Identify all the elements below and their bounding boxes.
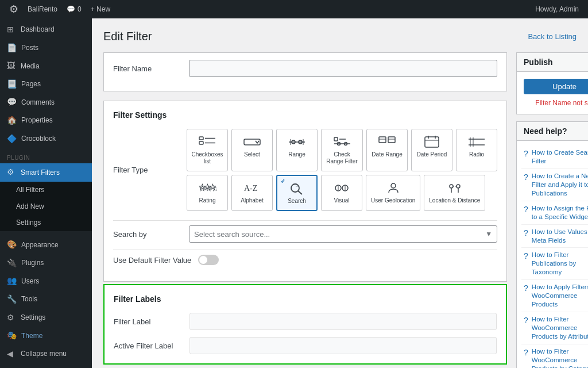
selected-checkmark: ✓ [280, 178, 285, 184]
sidebar-item-label: Dashboard [21, 25, 55, 34]
help-link-4[interactable]: How to Use Values from Meta Fields [532, 228, 588, 245]
filter-type-name: Alphabet [241, 197, 263, 204]
svg-rect-2 [199, 141, 203, 144]
main-content: Edit Filter Back to Listing Filter Name … [92, 18, 588, 368]
comments-button[interactable]: 💬 0 [62, 0, 86, 18]
wp-logo-button[interactable]: ⚙ [5, 0, 23, 18]
sidebar-item-label: Pages [21, 79, 41, 89]
filter-type-name: Select [244, 151, 260, 158]
sidebar-item-posts[interactable]: 📄 Posts [0, 39, 92, 57]
use-default-toggle[interactable] [198, 255, 219, 265]
filter-type-name: User Geolocation [371, 197, 415, 204]
sidebar-item-appearance[interactable]: 🎨 Appearance [0, 236, 92, 254]
pages-icon: 📃 [7, 79, 17, 90]
site-name-button[interactable]: BaliRento [23, 0, 62, 18]
help-icon-5: ? [524, 251, 528, 260]
svg-rect-16 [388, 137, 395, 143]
wp-icon: ⚙ [9, 3, 18, 16]
help-link-5[interactable]: How to Filter Publications by Taxonomy [532, 251, 588, 277]
filter-name-input[interactable] [189, 60, 497, 77]
svg-point-39 [391, 183, 396, 188]
sidebar-item-pages[interactable]: 📃 Pages [0, 75, 92, 94]
filter-type-alphabet[interactable]: A-Z Alphabet [231, 175, 273, 211]
svg-text:A-Z: A-Z [244, 184, 257, 193]
svg-point-41 [457, 185, 460, 188]
filter-type-date-period[interactable]: Date Period [411, 129, 452, 171]
filter-type-radio[interactable]: Radio [456, 129, 497, 171]
filter-type-select[interactable]: Select [231, 129, 273, 171]
filter-settings-title: Filter Settings [113, 110, 497, 120]
alphabet-icon: A-Z [243, 181, 261, 195]
sidebar-item-all-filters[interactable]: All Filters [0, 182, 92, 198]
visual-icon [332, 181, 351, 195]
new-content-button[interactable]: + New [86, 0, 115, 18]
filter-type-user-geolocation[interactable]: User Geolocation [366, 175, 420, 211]
plugins-icon: 🔌 [7, 258, 17, 269]
filter-type-check-range[interactable]: Check Range Filter [321, 129, 363, 171]
sidebar-item-plugins[interactable]: 🔌 Plugins [0, 254, 92, 273]
search-by-label: Search by [113, 230, 182, 239]
plugin-section-header: PLUGIN [0, 150, 92, 163]
sidebar-item-smart-filters[interactable]: ⚙ Smart Filters [0, 163, 92, 182]
sidebar-item-label: Smart Filters [21, 168, 60, 178]
filter-type-rating[interactable]: ★★★ Rating [187, 175, 228, 211]
filter-name-label: Filter Name [113, 64, 182, 73]
sidebar-item-wp-settings[interactable]: ⚙ Settings [0, 309, 92, 327]
date-period-icon [423, 135, 441, 149]
divider1 [113, 220, 497, 221]
sidebar: ⊞ Dashboard 📄 Posts 🖼 Media 📃 Pages 💬 Co… [0, 18, 92, 368]
filter-type-visual[interactable]: Visual [321, 175, 362, 211]
sidebar-item-tools[interactable]: 🔧 Tools [0, 290, 92, 309]
sidebar-item-media[interactable]: 🖼 Media [0, 57, 92, 75]
sidebar-item-theme[interactable]: 🎭 Theme [0, 327, 92, 345]
sidebar-item-users[interactable]: 👥 Users [0, 272, 92, 290]
help-link-1[interactable]: How to Create Search Filter [532, 148, 588, 166]
sidebar-item-label: Appearance [21, 240, 59, 250]
filter-labels-title: Filter Labels [114, 294, 497, 304]
help-link-2[interactable]: How to Create a New Filter and Apply it … [532, 172, 588, 198]
sidebar-item-label: Crocoblock [21, 134, 56, 144]
search-by-select[interactable]: Select search source... ▼ [189, 225, 497, 243]
filter-type-name: Range [288, 151, 305, 158]
help-link-3[interactable]: How to Assign the Filter to a Specific W… [532, 204, 588, 221]
right-sidebar: Publish Update Filter Name not set Need … [516, 52, 588, 368]
update-button[interactable]: Update [524, 79, 588, 94]
sidebar-item-label: Properties [21, 116, 53, 125]
svg-rect-10 [334, 137, 338, 141]
sidebar-item-dashboard[interactable]: ⊞ Dashboard [0, 21, 92, 39]
back-to-listing-link[interactable]: Back to Listing [528, 32, 577, 41]
howdy-button[interactable]: Howdy, Admin [531, 0, 583, 18]
filter-type-row2: ★★★ Rating A-Z Alphabet [187, 175, 497, 211]
comment-count: 0 [78, 5, 82, 13]
help-icon-7: ? [524, 316, 528, 325]
crocoblock-icon: 🔷 [7, 133, 17, 145]
sidebar-item-comments[interactable]: 💬 Comments [0, 93, 92, 112]
sidebar-item-label: Plugins [21, 258, 44, 268]
sidebar-item-add-new[interactable]: Add New [0, 198, 92, 215]
filter-type-range[interactable]: Range [276, 129, 318, 171]
sidebar-item-properties[interactable]: 🏠 Properties [0, 112, 92, 130]
tools-icon: 🔧 [7, 294, 17, 305]
filter-labels-section: Filter Labels Filter Label Active Filter… [103, 284, 507, 365]
comments-icon: 💬 [67, 5, 75, 13]
publish-header: Publish [517, 53, 588, 72]
filter-type-search[interactable]: ✓ Search [276, 175, 318, 211]
help-link-8[interactable]: How to Filter WooCommerce Products by Ca… [532, 347, 588, 368]
sidebar-item-label: Media [21, 62, 40, 71]
filter-label-input[interactable] [189, 313, 497, 330]
filter-type-location-distance[interactable]: Location & Distance [424, 175, 485, 211]
help-link-6[interactable]: How to Apply Filters to WooCommerce Prod… [532, 283, 588, 309]
media-icon: 🖼 [7, 60, 16, 72]
filter-type-checkboxes[interactable]: Checkboxes list [187, 129, 228, 171]
filter-type-name: Date Period [417, 151, 447, 158]
radio-icon [467, 135, 486, 149]
filter-type-date-range[interactable]: Date Range [366, 129, 408, 171]
active-filter-label-input[interactable] [189, 337, 497, 354]
users-icon: 👥 [7, 275, 17, 287]
help-link-7[interactable]: How to Filter WooCommerce Products by At… [532, 315, 588, 341]
add-new-label: Add New [16, 202, 44, 212]
sidebar-item-settings[interactable]: Settings [0, 214, 92, 231]
sidebar-item-crocoblock[interactable]: 🔷 Crocoblock [0, 130, 92, 148]
wp-settings-icon: ⚙ [7, 312, 16, 324]
sidebar-item-collapse[interactable]: ◀ Collapse menu [0, 345, 92, 363]
